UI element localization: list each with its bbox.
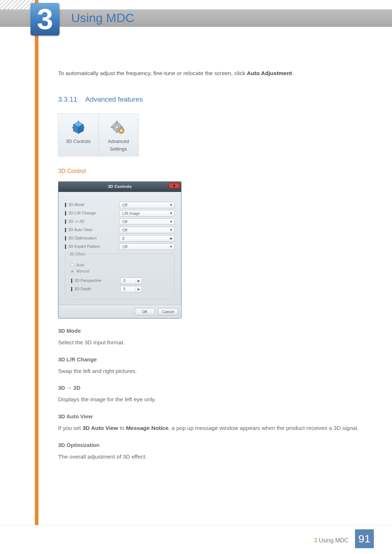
label-3d-optimization: 3D Optimization [68,235,119,242]
item-title-3d-mode: 3D Mode [58,327,370,335]
label-3d-depth: 3D Depth [74,286,120,292]
footer-breadcrumb: 3 Using MDC [314,537,348,544]
chevron-right-icon: ▶ [136,278,142,283]
item-desc-3d-mode: Select the 3D input format. [58,338,370,347]
dialog-title-bar: 3D Controls x [58,182,181,192]
row-marker-icon [65,236,66,241]
item-desc-3d-optimization: The overall adjustment of 3D effect. [58,452,370,461]
intro-paragraph: To automatically adjust the frequency, f… [58,69,370,78]
chevron-right-icon: ▶ [136,287,142,292]
section-heading: 3.3.11 Advanced features [58,94,370,105]
spinner-3d-depth[interactable]: 5▶ [120,286,142,292]
chevron-down-icon: ▼ [170,211,173,216]
section-number: 3.3.11 [58,95,77,103]
section-title: Advanced features [85,95,143,103]
svg-marker-4 [83,127,85,129]
cube-icon [60,118,97,138]
label-3d-expert-pattern: 3D Expert Pattern [68,243,119,250]
label-3d-mode: 3D Mode [68,202,119,208]
svg-rect-9 [116,121,118,123]
label-3d-auto-view: 3D Auto View [68,227,119,233]
feature-tiles: 3D Controls Advanced Settings [58,114,139,156]
label-3d-lr-change: 3D L/R Change [68,210,119,217]
chevron-down-icon: ▼ [170,227,173,233]
row-marker-icon [65,219,66,224]
dialog-3d-controls: 3D Controls x 3D Mode Off▼ 3D L/R Change… [58,181,181,318]
chapter-title: Using MDC [71,11,134,25]
chevron-right-icon: ▶ [170,236,173,241]
item-title-3d-auto-view: 3D Auto View [58,412,370,421]
combo-3d-expert-pattern[interactable]: Off▼ [119,243,175,250]
row-marker-icon [65,228,66,232]
footer-chapter-num: 3 [314,537,317,543]
combo-3d-auto-view[interactable]: Off▼ [119,227,175,233]
item-title-3d-lr: 3D L/R Change [58,355,370,364]
radio-manual[interactable]: Manual [70,268,171,275]
svg-rect-10 [116,131,118,133]
subheading-3d-control: 3D Control [58,167,370,176]
svg-rect-12 [121,126,123,128]
fieldset-3d-effect: 3D Effect Auto Manual 3D Perspective 0▶ … [65,254,175,300]
row-marker-icon [65,211,66,216]
combo-3d-mode[interactable]: Off▼ [119,202,175,208]
item-desc-3d-auto-view: If you set 3D Auto View to Message Notic… [58,424,370,433]
svg-marker-6 [77,120,79,122]
row-marker-icon [65,245,66,249]
intro-text-pre: To automatically adjust the frequency, f… [58,70,247,76]
label-3d-to-2d: 3D -> 2D [68,218,119,225]
gear-icon [100,118,137,138]
tile-3d-controls[interactable]: 3D Controls [58,114,98,156]
row-marker-icon [71,287,72,291]
radio-icon [70,270,74,273]
chevron-down-icon: ▼ [170,244,173,249]
item-title-3d-optimization: 3D Optimization [58,441,370,450]
spinner-3d-perspective[interactable]: 0▶ [120,278,142,284]
page-footer: 3 Using MDC 91 [0,525,392,554]
radio-icon [70,263,74,267]
label-3d-perspective: 3D Perspective [74,278,120,284]
item-title-3d-2d: 3D → 2D [58,383,370,392]
row-marker-icon [65,203,66,207]
intro-text-post: . [292,70,293,76]
dialog-title: 3D Controls [108,184,132,189]
chevron-down-icon: ▼ [170,219,173,224]
chevron-down-icon: ▼ [170,202,173,208]
row-marker-icon [71,279,72,283]
intro-bold: Auto Adjustment [247,70,292,76]
left-accent-strip [35,0,38,525]
combo-3d-to-2d[interactable]: Off▼ [119,218,175,225]
chapter-number-badge: 3 [30,3,60,36]
svg-rect-11 [111,126,113,128]
item-desc-3d-2d: Displays the image for the left eye only… [58,395,370,404]
radio-auto[interactable]: Auto [70,262,171,268]
item-desc-3d-lr: Swap the left and right pictures. [58,367,370,376]
fieldset-legend: 3D Effect [68,251,87,257]
page-number: 91 [355,529,374,548]
svg-point-14 [121,130,122,132]
tile-advanced-settings-label: Advanced Settings [100,138,137,153]
tile-3d-controls-label: 3D Controls [60,138,97,145]
ok-button[interactable]: OK [135,308,155,315]
tile-advanced-settings[interactable]: Advanced Settings [98,114,139,156]
spinner-3d-optimization[interactable]: 0▶ [119,235,175,242]
cancel-button[interactable]: Cancel [158,308,178,315]
svg-point-8 [115,126,118,128]
dialog-close-button[interactable]: x [169,183,180,188]
combo-3d-lr-change[interactable]: L/R Image▼ [119,210,175,217]
svg-marker-5 [72,127,73,129]
